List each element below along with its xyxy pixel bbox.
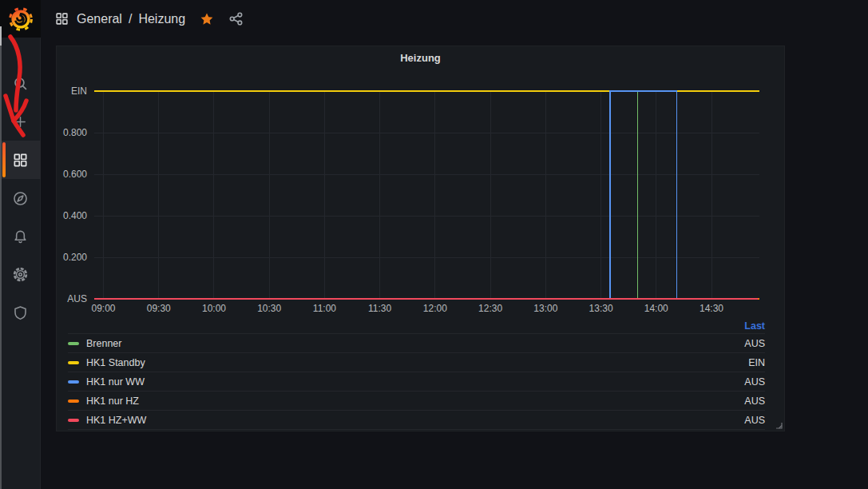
panel-heizung: Heizung EIN0.8000.6000.4000.200AUS09:000… <box>56 46 785 431</box>
plus-icon <box>13 114 28 129</box>
y-axis-tick-label: 0.800 <box>63 127 87 138</box>
legend-last-value: AUS <box>744 396 765 407</box>
x-axis-tick-label: 11:00 <box>313 303 336 314</box>
x-axis-tick-label: 12:00 <box>423 303 447 314</box>
search-icon <box>12 75 29 92</box>
y-axis-tick-label: 0.400 <box>63 210 87 221</box>
x-axis-tick-label: 12:30 <box>478 303 502 314</box>
sidebar <box>0 0 41 489</box>
legend-last-value: AUS <box>744 338 765 349</box>
legend-series-label[interactable]: HK1 nur HZ <box>86 396 139 407</box>
y-axis-tick-label: EIN <box>71 85 87 97</box>
legend-series-swatch <box>68 342 79 345</box>
share-icon <box>228 11 244 26</box>
sidebar-item-dashboards[interactable] <box>0 141 41 179</box>
x-axis-tick-label: 10:00 <box>202 303 226 314</box>
grafana-logo[interactable] <box>0 0 41 38</box>
x-axis-tick-label: 10:30 <box>257 303 281 314</box>
legend-sort-header[interactable]: Last <box>68 318 765 333</box>
top-navbar: General / Heizung <box>41 0 868 38</box>
breadcrumb-separator: / <box>129 12 132 26</box>
x-axis-tick-label: 09:00 <box>92 303 116 314</box>
x-axis-tick-label: 11:30 <box>368 303 391 314</box>
legend-row[interactable]: BrennerAUS <box>68 333 765 352</box>
dashboards-grid-icon <box>12 152 29 169</box>
dashboard-grid-icon <box>55 12 69 26</box>
gear-icon <box>12 266 29 283</box>
share-dashboard-button[interactable] <box>228 11 244 26</box>
window-left-edge <box>0 46 2 489</box>
sidebar-item-explore[interactable] <box>0 179 41 217</box>
legend-series-swatch <box>68 361 79 364</box>
bell-icon <box>12 229 29 245</box>
legend-row[interactable]: HK1 HZ+WWAUS <box>68 410 765 430</box>
series-line-brenner <box>94 91 759 299</box>
compass-icon <box>12 190 29 207</box>
y-axis-tick-label: 0.200 <box>63 252 87 263</box>
grafana-window: General / Heizung Heizung <box>0 0 868 489</box>
legend-row[interactable]: HK1 nur WWAUS <box>68 372 765 391</box>
x-axis-tick-label: 09:30 <box>147 303 171 314</box>
x-axis-tick-label: 13:00 <box>533 303 557 314</box>
favorite-star-button[interactable] <box>200 12 214 26</box>
sidebar-item-alerting[interactable] <box>0 217 41 256</box>
sidebar-item-configuration[interactable] <box>0 255 41 293</box>
legend-series-label[interactable]: Brenner <box>86 338 121 349</box>
breadcrumb-folder[interactable]: General <box>77 12 122 26</box>
legend-last-value: AUS <box>744 415 765 426</box>
legend-series-swatch <box>68 400 79 403</box>
legend-series-label[interactable]: HK1 nur WW <box>86 376 145 388</box>
y-axis-tick-label: AUS <box>67 293 87 304</box>
legend-last-value: EIN <box>748 357 765 368</box>
legend-row[interactable]: HK1 StandbyEIN <box>68 352 765 372</box>
breadcrumb[interactable]: General / Heizung <box>55 12 185 26</box>
legend-last-value: AUS <box>744 376 765 388</box>
legend-series-swatch <box>68 419 79 422</box>
time-series-chart[interactable]: EIN0.8000.6000.4000.200AUS09:0009:3010:0… <box>57 46 784 318</box>
legend-row[interactable]: HK1 nur HZAUS <box>68 391 765 410</box>
legend-table: Last BrennerAUSHK1 StandbyEINHK1 nur WWA… <box>68 318 765 430</box>
breadcrumb-dashboard[interactable]: Heizung <box>138 12 185 26</box>
sidebar-item-search[interactable] <box>0 64 41 102</box>
sidebar-item-create[interactable] <box>0 102 41 141</box>
legend-series-label[interactable]: HK1 Standby <box>86 357 145 368</box>
x-axis-tick-label: 14:30 <box>700 303 723 314</box>
grafana-flame-icon <box>8 6 34 32</box>
legend-series-label[interactable]: HK1 HZ+WW <box>86 415 146 426</box>
y-axis-tick-label: 0.600 <box>63 169 87 180</box>
sidebar-item-server-admin[interactable] <box>0 293 41 332</box>
window-left-edge-highlight <box>0 26 2 46</box>
panel-resize-handle[interactable] <box>775 422 783 429</box>
shield-icon <box>12 304 29 321</box>
legend-series-swatch <box>68 380 79 384</box>
active-item-indicator <box>2 142 6 177</box>
x-axis-tick-label: 14:00 <box>644 303 668 314</box>
series-line-hk1-nur-ww <box>94 91 759 299</box>
x-axis-tick-label: 13:30 <box>589 303 613 314</box>
star-icon <box>200 12 214 26</box>
